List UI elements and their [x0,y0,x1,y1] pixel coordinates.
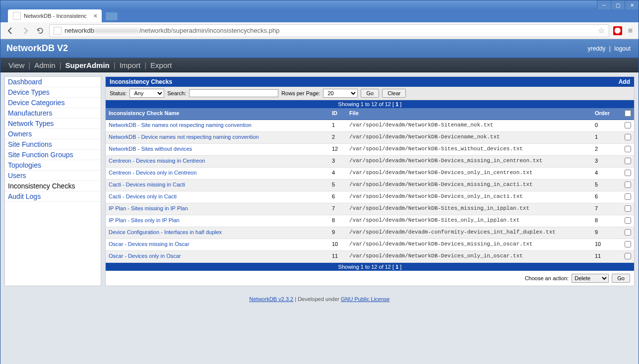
username-link[interactable]: yreddy [587,45,605,52]
reload-button[interactable] [34,25,46,37]
action-select[interactable]: Delete [572,274,609,283]
row-order: 6 [592,191,622,203]
back-button[interactable] [4,25,16,37]
row-checkbox[interactable] [625,158,631,164]
row-checkbox[interactable] [625,241,631,247]
row-order: 4 [592,168,622,179]
row-checkbox[interactable] [625,122,631,128]
url-path: /networkdb/superadmin/inconsistencycheck… [139,27,280,34]
row-order: 8 [592,215,622,227]
col-checkbox [622,108,634,120]
browser-tab[interactable]: NetworkDB - Inconsistenc × [8,9,102,22]
nav-import[interactable]: Import [120,61,141,69]
search-input[interactable] [189,89,278,97]
nav-superadmin[interactable]: SuperAdmin [65,61,110,69]
row-name-link[interactable]: IP Plan - Sites only in IP Plan [109,217,180,223]
nav-export[interactable]: Export [150,61,172,69]
row-name-link[interactable]: Centreon - Devices only in Centreon [109,170,196,176]
go-button[interactable]: Go [361,89,379,98]
select-all-checkbox[interactable] [625,110,631,117]
row-id: 2 [329,132,346,143]
sidebar-item-manufacturers[interactable]: Manufacturers [5,108,101,119]
row-file: /var/spool/devadm/NetworkDB-Devicename_n… [346,132,592,143]
minimize-button[interactable]: ─ [597,0,611,9]
sidebar-item-device-categories[interactable]: Device Categories [5,98,101,108]
row-name-link[interactable]: Cacti - Devices only in Cacti [109,193,177,199]
action-label: Choose an action: [525,275,569,281]
table-row: Oscar - Devices only in Oscar11/var/spoo… [106,251,634,263]
row-file: /var/spool/devadm/NetworkDB-Devices_miss… [346,180,592,191]
row-checkbox[interactable] [625,229,631,236]
add-link[interactable]: Add [619,78,630,85]
row-checkbox[interactable] [625,205,631,212]
sidebar-item-dashboard[interactable]: Dashboard [5,77,101,87]
close-tab-icon[interactable]: × [93,12,97,20]
clear-button[interactable]: Clear [382,89,406,98]
browser-menu-icon[interactable]: ≡ [626,26,635,35]
browser-tabs: NetworkDB - Inconsistenc × [0,9,639,22]
sidebar-item-network-types[interactable]: Network Types [5,119,101,129]
sidebar-item-users[interactable]: Users [5,171,101,181]
row-id: 4 [329,168,346,179]
row-checkbox[interactable] [625,253,631,259]
main-nav: View|Admin|SuperAdmin|Import|Export [0,58,639,72]
row-name-link[interactable]: NetworkDB - Site names not respecting na… [109,122,252,128]
row-checkbox[interactable] [625,217,631,224]
status-select[interactable]: Any [129,89,164,98]
nav-view[interactable]: View [8,61,24,69]
col-file[interactable]: File [346,108,592,120]
row-file: /var/spool/devadm/NetworkDB-Sites_missin… [346,203,592,215]
rows-select[interactable]: 20 [323,89,358,98]
favicon-icon [13,12,21,20]
row-name-link[interactable]: IP Plan - Sites missing in IP Plan [109,205,188,211]
table-row: NetworkDB - Device names not respecting … [106,132,634,144]
col-id[interactable]: ID [329,108,346,120]
license-link[interactable]: GNU Public License [341,296,389,302]
row-checkbox[interactable] [625,182,631,188]
app-header: NetworkDB V2 yreddy | logout [0,39,639,58]
adblock-extension-icon[interactable] [612,25,623,36]
row-name-link[interactable]: Oscar - Devices missing in Oscar [109,241,190,247]
sidebar-item-audit-logs[interactable]: Audit Logs [5,191,101,202]
row-name-link[interactable]: Cacti - Devices missing in Cacti [109,182,185,187]
sidebar-item-site-function-groups[interactable]: Site Function Groups [5,150,101,160]
logout-link[interactable]: logout [614,45,631,52]
sidebar-item-device-types[interactable]: Device Types [5,87,101,98]
row-file: /var/spool/devadm/devadm-conformity-devi… [346,227,592,239]
bookmark-star-icon[interactable]: ☆ [598,26,605,35]
row-checkbox[interactable] [625,193,631,200]
table-row: Cacti - Devices missing in Cacti5/var/sp… [106,180,634,191]
sidebar-item-owners[interactable]: Owners [5,129,101,139]
sidebar-item-topologies[interactable]: Topologies [5,160,101,171]
close-window-button[interactable]: ✕ [625,0,639,9]
data-panel: Inconsistency Checks Add Status: Any Sea… [105,76,635,286]
paging-top: Showing 1 to 12 of 12 [ 1 ] [106,100,634,108]
table-row: IP Plan - Sites missing in IP Plan7/var/… [106,203,634,215]
row-name-link[interactable]: NetworkDB - Device names not respecting … [109,134,259,140]
row-checkbox[interactable] [625,134,631,140]
row-id: 12 [329,144,346,155]
maximize-button[interactable]: ▢ [611,0,625,9]
url-input[interactable]: networkdb xxxxxxxxxxxxxx /networkdb/supe… [49,24,609,37]
sidebar: DashboardDevice TypesDevice CategoriesMa… [4,76,101,286]
search-label: Search: [167,90,186,96]
row-checkbox[interactable] [625,170,631,176]
row-id: 7 [329,203,346,215]
row-id: 9 [329,227,346,239]
row-name-link[interactable]: Centreon - Devices missing in Centreon [109,158,205,164]
version-link[interactable]: NetworkDB v2.3.2 [250,296,294,302]
row-name-link[interactable]: Oscar - Devices only in Oscar [109,253,181,259]
col-order[interactable]: Order [592,108,622,120]
action-go-button[interactable]: Go [612,274,630,283]
sidebar-item-site-functions[interactable]: Site Functions [5,139,101,150]
forward-button[interactable] [19,25,31,37]
col-name[interactable]: Inconsistency Check Name [106,108,329,120]
sidebar-item-inconsistency-checks[interactable]: Inconsistency Checks [5,181,101,191]
row-order: 9 [592,227,622,239]
row-name-link[interactable]: NetworkDB - Sites without devices [109,146,192,152]
row-checkbox[interactable] [625,146,631,152]
page-icon [54,27,62,35]
new-tab-button[interactable] [106,12,118,20]
nav-admin[interactable]: Admin [34,61,56,69]
row-name-link[interactable]: Device Configuration - Interfaces in hal… [109,229,222,235]
